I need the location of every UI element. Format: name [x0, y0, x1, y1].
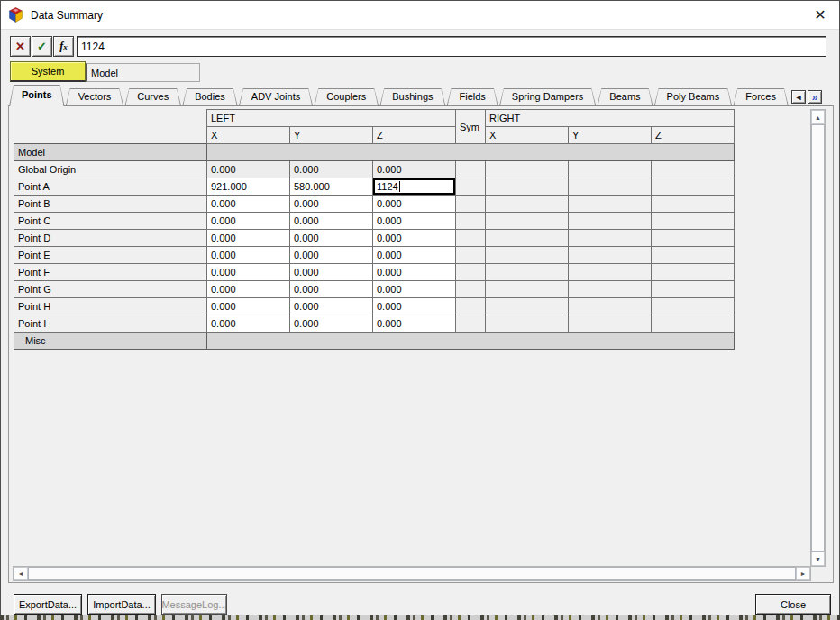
value-cell[interactable]	[652, 178, 735, 196]
accept-entry-button[interactable]: ✓	[32, 36, 52, 57]
tab-bodies[interactable]: Bodies	[182, 88, 238, 106]
tab-bushings[interactable]: Bushings	[379, 88, 445, 106]
sym-cell[interactable]	[456, 213, 486, 230]
scroll-down-icon[interactable]: ▼	[811, 552, 825, 566]
vertical-scrollbar[interactable]: ▲ ▼	[810, 109, 826, 567]
value-cell[interactable]: 0.000	[207, 230, 290, 247]
close-icon[interactable]: ✕	[805, 1, 835, 29]
tab-forces[interactable]: Forces	[733, 88, 789, 106]
value-cell[interactable]	[486, 161, 569, 178]
value-cell[interactable]	[569, 298, 652, 315]
value-cell[interactable]	[652, 315, 735, 333]
value-cell[interactable]: 0.000	[373, 247, 456, 264]
tab-adv-joints[interactable]: ADV Joints	[239, 88, 313, 106]
sym-cell[interactable]	[456, 161, 486, 178]
value-cell[interactable]: 0.000	[373, 281, 456, 298]
scroll-right-icon[interactable]: ►	[796, 567, 810, 580]
message-log-button[interactable]: MessageLog...	[161, 594, 227, 615]
value-cell[interactable]: 0.000	[373, 315, 456, 333]
value-cell[interactable]	[486, 178, 569, 196]
value-cell[interactable]	[486, 298, 569, 315]
value-cell[interactable]	[652, 247, 735, 264]
value-cell[interactable]: 0.000	[290, 196, 373, 213]
tab-vectors[interactable]: Vectors	[66, 88, 124, 106]
sym-cell[interactable]	[456, 264, 486, 281]
formula-input[interactable]	[77, 36, 826, 57]
tab-model[interactable]: Model	[86, 63, 200, 82]
value-cell[interactable]	[486, 196, 569, 213]
export-data-button[interactable]: ExportData...	[14, 594, 82, 615]
tab-system[interactable]: System	[10, 61, 86, 82]
value-cell[interactable]: 0.000	[290, 230, 373, 247]
value-cell[interactable]: 0.000	[373, 298, 456, 315]
value-cell[interactable]: 0.000	[290, 213, 373, 230]
sym-cell[interactable]	[456, 178, 486, 196]
value-cell[interactable]: 0.000	[207, 264, 290, 281]
value-cell[interactable]	[569, 230, 652, 247]
value-cell[interactable]	[486, 230, 569, 247]
value-cell[interactable]: 0.000	[207, 213, 290, 230]
value-cell[interactable]	[569, 213, 652, 230]
value-cell[interactable]: 0.000	[290, 315, 373, 333]
value-cell[interactable]	[569, 281, 652, 298]
tab-points[interactable]: Points	[9, 85, 65, 106]
value-cell[interactable]: 921.000	[207, 178, 290, 196]
value-cell[interactable]	[569, 161, 652, 178]
tab-scroll-left-icon[interactable]: ◄	[791, 90, 806, 104]
sym-cell[interactable]	[456, 281, 486, 298]
value-cell[interactable]: 0.000	[290, 298, 373, 315]
horizontal-scrollbar-thumb[interactable]	[28, 567, 796, 580]
value-cell[interactable]: 0.000	[207, 247, 290, 264]
value-cell[interactable]	[652, 161, 735, 178]
value-cell[interactable]	[569, 315, 652, 333]
import-data-button[interactable]: ImportData...	[87, 594, 156, 615]
sym-cell[interactable]	[456, 196, 486, 213]
title-bar[interactable]: Data Summary ✕	[1, 1, 839, 30]
value-cell[interactable]: 0.000	[207, 315, 290, 333]
value-cell[interactable]	[652, 281, 735, 298]
value-cell[interactable]: 0.000	[290, 281, 373, 298]
tab-curves[interactable]: Curves	[124, 88, 181, 106]
value-cell[interactable]	[569, 178, 652, 196]
value-cell[interactable]	[569, 196, 652, 213]
value-cell[interactable]	[652, 230, 735, 247]
scroll-up-icon[interactable]: ▲	[811, 110, 825, 124]
cancel-entry-button[interactable]: ✕	[10, 36, 31, 57]
value-cell[interactable]: 0.000	[207, 196, 290, 213]
value-cell[interactable]	[569, 247, 652, 264]
tab-scroll-right-icon[interactable]: »	[808, 90, 822, 104]
value-cell[interactable]: 0.000	[207, 298, 290, 315]
scroll-left-icon[interactable]: ◄	[14, 567, 28, 580]
value-cell[interactable]: 1124	[373, 178, 456, 196]
value-cell[interactable]	[652, 213, 735, 230]
function-builder-button[interactable]: fx	[53, 36, 74, 57]
value-cell[interactable]: 0.000	[373, 264, 456, 281]
tab-fields[interactable]: Fields	[447, 88, 498, 106]
tab-couplers[interactable]: Couplers	[314, 88, 379, 106]
value-cell[interactable]	[486, 213, 569, 230]
value-cell[interactable]	[652, 196, 735, 213]
value-cell[interactable]	[569, 264, 652, 281]
tab-spring-dampers[interactable]: Spring Dampers	[499, 88, 596, 106]
sym-cell[interactable]	[456, 315, 486, 333]
value-cell[interactable]	[652, 298, 735, 315]
value-cell[interactable]: 580.000	[290, 178, 373, 196]
value-cell[interactable]: 0.000	[207, 281, 290, 298]
value-cell[interactable]: 0.000	[290, 247, 373, 264]
value-cell[interactable]: 0.000	[290, 264, 373, 281]
close-button[interactable]: Close	[755, 594, 831, 615]
value-cell[interactable]	[486, 281, 569, 298]
value-cell[interactable]: 0.000	[373, 230, 456, 247]
sym-cell[interactable]	[456, 298, 486, 315]
value-cell[interactable]	[486, 264, 569, 281]
horizontal-scrollbar[interactable]: ◄ ►	[13, 566, 811, 581]
value-cell[interactable]	[486, 315, 569, 333]
vertical-scrollbar-thumb[interactable]	[811, 124, 825, 552]
tab-poly-beams[interactable]: Poly Beams	[654, 88, 733, 106]
value-cell[interactable]	[486, 247, 569, 264]
value-cell[interactable]	[652, 264, 735, 281]
sym-cell[interactable]	[456, 230, 486, 247]
sym-cell[interactable]	[456, 247, 486, 264]
value-cell[interactable]: 0.000	[373, 213, 456, 230]
value-cell[interactable]: 0.000	[373, 196, 456, 213]
